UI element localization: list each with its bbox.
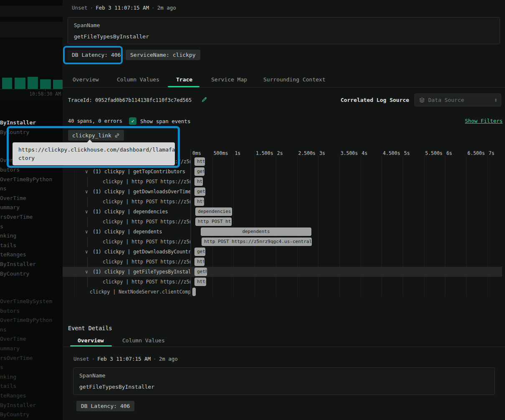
sidebar-item[interactable]: ns [0,326,63,336]
span-row-label[interactable]: clickpy | http POST https://z5nrz9 [63,177,190,187]
span-row-label[interactable]: clickpy | http POST https://z5nrz9 [63,237,190,247]
chevron-down-icon[interactable]: ∨ [85,187,88,197]
show-span-events-label[interactable]: Show span events [140,118,190,124]
span-duration-bar[interactable]: dependents [201,228,311,236]
sidebar-list-bottom: OverTimeBySystembutorsOverTimeByPythonns… [0,298,63,420]
trace-span-row[interactable]: ∨(1)clickpy | getDownloadsByCountrygetDo… [63,247,502,257]
span-row-label[interactable]: clickpy | http POST https://z5nrz9 [63,197,190,207]
show-span-events-checkbox[interactable]: ✓ [129,117,136,125]
chevron-down-icon[interactable]: ∨ [85,207,88,217]
event-db-latency-badge[interactable]: DB Latency: 406 [76,401,134,411]
event-tab-column-values[interactable]: Column Values [122,337,165,344]
span-row-label[interactable]: ∨(1)clickpy | getDownloadsOverTimeBySyst… [63,187,190,197]
tab-surrounding-context[interactable]: Surrounding Context [263,76,326,87]
trace-span-row[interactable]: clickpy | http POST https://z5nrz9http P… [63,237,502,247]
span-label-text: clickpy | http POST https://z5nrz9 [103,197,190,207]
sidebar-item[interactable]: nking [0,233,63,242]
sidebar-item[interactable]: OverTime [0,195,63,205]
span-name-value: getFileTypesByInstaller [79,384,154,390]
sidebar-item[interactable]: ummary [0,204,63,214]
span-row-label[interactable]: clickpy | http POST https://z5nrz9 [63,217,190,227]
span-duration-bar[interactable] [192,288,196,296]
relative-time: 2m ago [159,356,178,362]
span-duration-bar[interactable]: getFileTypesByInstaller [194,268,207,276]
sidebar-item[interactable]: tails [0,242,63,252]
span-label-text: clickpy | getDownloadsOverTimeBySystem [104,187,190,197]
sidebar-item[interactable]: OverTimeByPython [0,176,63,186]
sidebar-item[interactable]: ByInstaller [0,261,63,271]
sidebar-item[interactable]: nking [0,374,63,383]
event-tab-border [63,347,505,347]
span-name-key: SpanName [74,22,100,28]
sidebar-item[interactable]: teRanges [0,251,63,261]
clickpy-link-chip[interactable]: clickpy_link [68,130,124,141]
trace-span-row[interactable]: clickpy | http POST https://z5nrz9http [63,277,502,287]
sidebar-item[interactable]: ns [0,185,63,195]
trace-span-row[interactable]: ∨(1)clickpy | getFileTypesByInstallerget… [63,267,502,277]
span-label-text: clickpy | http POST https://z5nrz9 [103,237,190,247]
sidebar-item[interactable]: s [0,223,63,233]
trace-span-row[interactable]: ∨(1)clickpy | dependenciesdependencies [63,207,502,217]
edit-pencil-icon[interactable] [201,96,207,103]
data-source-select[interactable]: Data Source ▲▼ [414,94,501,106]
dot-separator: · [149,5,157,11]
tab-bar: OverviewColumn ValuesTraceService MapSur… [0,76,505,87]
trace-span-row[interactable]: ∨(1)clickpy | getTopContributorsgetTopCo… [63,167,502,177]
sidebar-item[interactable]: OverTimeBySystem [0,298,63,308]
span-duration-bar[interactable]: http POST https://z5nrz9qgc4.us-central [202,238,312,246]
sidebar-item[interactable]: butors [0,167,63,176]
service-name-badge[interactable]: ServiceName: clickpy [126,50,200,60]
tree-guide-line [87,217,88,227]
sidebar-item[interactable]: teRanges [0,392,63,402]
tab-overview[interactable]: Overview [73,76,99,87]
trace-span-row[interactable]: clickpy | http POST https://z5nrz9http [63,177,502,187]
span-row-label[interactable]: ∨(1)clickpy | getDownloadsByCountry [63,247,190,257]
sidebar-item[interactable]: ByCountry [0,129,63,139]
sidebar-item[interactable]: ByCountry [0,411,63,420]
trace-span-row[interactable]: clickpy | http POST https://z5nrz9http P… [63,217,502,227]
chevron-down-icon[interactable]: ∨ [85,167,88,177]
sidebar-item[interactable]: rsOverTime [0,214,63,223]
tree-guide-line [87,277,88,287]
span-duration-bar[interactable]: http [194,157,205,166]
sidebar-item[interactable]: ByInstaller [0,119,63,129]
tab-service-map[interactable]: Service Map [211,76,247,87]
span-row-label[interactable]: clickpy | NextNodeServer.clientCompone [63,287,190,297]
tab-column-values[interactable]: Column Values [117,76,159,87]
show-filters-link[interactable]: Show Filters [465,118,502,124]
sidebar-item[interactable]: butors [0,308,63,317]
span-row-label[interactable]: ∨(1)clickpy | dependents [63,227,190,237]
span-row-label[interactable]: ∨(1)clickpy | getFileTypesByInstaller [63,267,190,277]
sidebar-item[interactable]: tails [0,383,63,392]
chevron-down-icon[interactable]: ∨ [85,267,88,277]
trace-span-row[interactable]: clickpy | http POST https://z5nrz9http [63,197,502,207]
span-duration-bar[interactable]: http [194,197,204,206]
span-duration-bar[interactable]: getTopContributors [194,167,205,176]
span-duration-bar[interactable]: http [194,177,203,186]
sidebar-item[interactable]: OverTimeByPython [0,317,63,326]
span-duration-bar[interactable]: http [194,278,206,286]
span-duration-bar[interactable]: getDownloadsOverTimeBySystem [194,187,205,196]
db-latency-badge[interactable]: DB Latency: 406 [67,50,125,60]
sidebar-item[interactable]: ByInstaller [0,402,63,412]
select-chevrons-icon: ▲▼ [495,98,497,102]
sidebar-item[interactable]: s [0,364,63,374]
chevron-down-icon[interactable]: ∨ [85,247,88,257]
chevron-down-icon[interactable]: ∨ [85,227,88,237]
span-duration-bar[interactable]: getDownloadsByCountry [194,248,205,256]
span-row-label[interactable]: clickpy | http POST https://z5nrz9 [63,277,190,287]
trace-span-row[interactable]: clickpy | NextNodeServer.clientCompone [63,287,502,297]
span-row-label[interactable]: clickpy | http POST https://z5nrz9 [63,257,190,267]
span-duration-bar[interactable]: dependencies [195,207,232,216]
span-duration-bar[interactable]: http POST https://z5nrz9qgc4.us-central [195,218,232,226]
sidebar-item[interactable]: ByCountry [0,271,63,280]
event-tab-overview[interactable]: Overview [78,337,104,344]
trace-span-row[interactable]: ∨(1)clickpy | dependentsdependents [63,227,502,237]
trace-span-row[interactable]: ∨(1)clickpy | getDownloadsOverTimeBySyst… [63,187,502,197]
span-row-label[interactable]: ∨(1)clickpy | getTopContributors [63,167,190,177]
span-timestamp-line: Unset·Feb 3 11:07:15 AM·2m ago [72,5,176,11]
span-duration-bar[interactable]: http [194,258,205,266]
span-row-label[interactable]: ∨(1)clickpy | dependencies [63,207,190,217]
sidebar-item[interactable]: rsOverTime [0,355,63,364]
trace-span-row[interactable]: clickpy | http POST https://z5nrz9http [63,257,502,267]
